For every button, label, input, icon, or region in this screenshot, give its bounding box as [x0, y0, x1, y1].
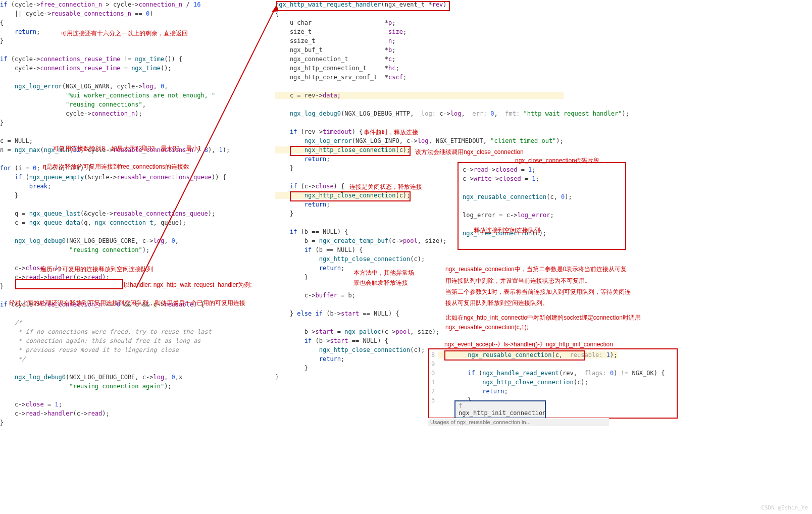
usages-bar: Usages of ngx_reusable_connection in... — [428, 418, 609, 426]
anno-18: 比如在ngx_http_init_connectio中对新创建的socket绑定… — [445, 314, 641, 322]
anno-10: ngx_close_connection代码片段 — [515, 157, 599, 165]
left-code-panel: if (cycle->free_connection_n > cycle->co… — [0, 0, 273, 427]
anno-14: ngx_reusable_connection中，当第二参数是0表示将当前连接从… — [445, 265, 627, 274]
box-handler — [15, 279, 123, 289]
anno-3: n是每次释放的可复用连接到free_connections的连接数 — [43, 163, 189, 171]
anno-4: 遍历n个可复用的连接释放到空闲连接队列 — [40, 265, 153, 274]
annotated-code-diagram: if (cycle->free_connection_n > cycle->co… — [0, 0, 812, 514]
anno-17: 接从可复用队列释放到空闲连接队列。 — [445, 299, 548, 307]
code-block-left: if (cycle->free_connection_n > cycle->co… — [0, 0, 273, 427]
anno-8: 该方法会继续调用ngx_close_connection — [415, 148, 524, 157]
anno-11: 释放连接到空闲连接队列 — [474, 226, 540, 235]
anno-19: ngx_reusable_connection(c,1); — [445, 324, 528, 331]
anno-20: ngx_event_accept--》ls->handler()-》ngx_ht… — [444, 340, 613, 349]
anno-9: 连接是关闭状态，释放连接 — [349, 183, 422, 191]
anno-15: 用连接队列中剔除，并设置当前连接状态为不可复用。 — [445, 277, 591, 285]
watermark: CSDN @Eshin_Ye — [761, 504, 808, 511]
anno-13: 景也会触发释放连接 — [353, 279, 408, 287]
fn-label: f ngx_http_init_connection — [454, 400, 546, 419]
anno-2: 可复用连接数除以8，如果大于32取32，最大32，最小1 — [53, 144, 201, 153]
anno-6: 经过上面的处理还没有释放到可复用连接到空闲队列，则使用最后一个已用的可复用连接 — [9, 299, 245, 307]
anno-5: 以handler: ngx_http_wait_request_handler为… — [124, 281, 252, 289]
box-close2 — [290, 191, 411, 201]
box-close1 — [290, 146, 411, 156]
side-code-box: c->read->closed = 1; c->write->closed = … — [458, 162, 626, 250]
anno-16: 当第二个参数为1时，表示将当前连接加入到可复用队列，等待关闭连 — [445, 288, 631, 296]
box-fn-title — [276, 1, 450, 11]
box-reusable — [444, 350, 585, 361]
anno-7: 事件超时，释放连接 — [364, 128, 418, 137]
anno-12: 本方法中，其他异常场 — [353, 269, 414, 277]
anno-1: 可用连接还有十六分之一以上的剩余，直接返回 — [61, 29, 188, 38]
